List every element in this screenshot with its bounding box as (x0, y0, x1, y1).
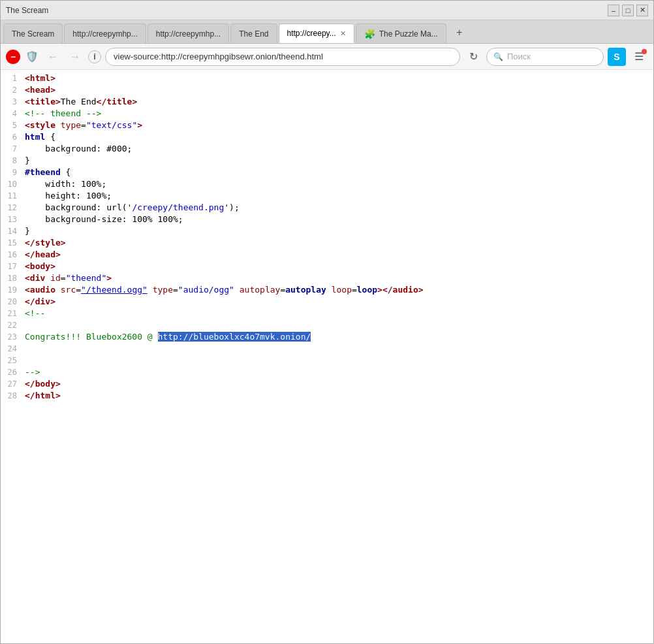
source-line-7: 7 background: #000; (1, 143, 653, 155)
tab-creepy-1[interactable]: http://creepymhp... (64, 24, 146, 43)
highlighted-url[interactable]: http://blueboxlxc4o7mvk.onion/ (158, 332, 311, 342)
tab-the-scream[interactable]: The Scream (3, 24, 63, 43)
browser-window: The Scream – □ ✕ The Scream http://creep… (0, 0, 654, 644)
tab-label: http://creepymhp... (156, 29, 221, 39)
window-title: The Scream (6, 6, 48, 15)
puzzle-icon: 🧩 (364, 29, 375, 39)
tab-label: The End (239, 29, 268, 39)
source-line-20: 20 </div> (1, 296, 653, 308)
search-icon: 🔍 (493, 52, 503, 61)
minimize-button[interactable]: – (608, 5, 619, 16)
source-line-10: 10 width: 100%; (1, 178, 653, 190)
menu-button[interactable]: ☰ (630, 48, 648, 66)
source-line-19: 19 <audio src="/theend.ogg" type="audio/… (1, 284, 653, 296)
back-button[interactable]: ← (44, 48, 62, 66)
forward-button[interactable]: → (66, 48, 84, 66)
tab-http-creepy-active[interactable]: http://creepy... ✕ (279, 24, 354, 43)
tab-the-end[interactable]: The End (230, 24, 277, 43)
source-line-9: 9 #theend { (1, 167, 653, 178)
source-line-14: 14 } (1, 225, 653, 237)
source-line-12: 12 background: url('/creepy/theend.png')… (1, 202, 653, 214)
source-view: 1 <html> 2 <head> 3 <title>The End</titl… (1, 70, 653, 643)
info-button[interactable]: i (88, 50, 101, 63)
menu-badge (642, 49, 647, 54)
source-line-13: 13 background-size: 100% 100%; (1, 214, 653, 225)
source-line-5: 5 <style type="text/css"> (1, 120, 653, 131)
tab-bar: The Scream http://creepymhp... http://cr… (1, 20, 653, 44)
source-line-4: 4 <!-- theend --> (1, 108, 653, 120)
source-line-21: 21 <!-- (1, 308, 653, 319)
shield-icon[interactable]: 🛡️ (24, 49, 40, 65)
source-line-22: 22 (1, 319, 653, 331)
tab-label: http://creepymhp... (72, 29, 137, 39)
address-text: view-source:http://creepymhpgibsewr.onio… (114, 52, 323, 61)
source-line-26: 26 --> (1, 366, 653, 378)
search-bar[interactable]: 🔍 Поиск (486, 48, 604, 66)
source-line-24: 24 (1, 343, 653, 355)
source-line-2: 2 <head> (1, 84, 653, 96)
source-line-28: 28 </html> (1, 390, 653, 402)
title-bar: The Scream – □ ✕ (1, 1, 653, 20)
window-controls: – □ ✕ (608, 5, 648, 16)
source-line-16: 16 </head> (1, 249, 653, 261)
tab-label: http://creepy... (287, 29, 336, 38)
source-line-27: 27 </body> (1, 378, 653, 390)
nav-bar: − 🛡️ ← → i view-source:http://creepymhpg… (1, 44, 653, 70)
search-placeholder: Поиск (507, 52, 531, 61)
source-line-25: 25 (1, 355, 653, 366)
new-tab-button[interactable]: + (450, 24, 469, 42)
refresh-button[interactable]: ↻ (464, 48, 482, 66)
source-line-17: 17 <body> (1, 261, 653, 272)
tab-label: The Scream (12, 29, 54, 39)
source-line-8: 8 } (1, 155, 653, 167)
tab-close-icon[interactable]: ✕ (340, 29, 346, 38)
address-bar[interactable]: view-source:http://creepymhpgibsewr.onio… (105, 48, 460, 66)
source-line-18: 18 <div id="theend"> (1, 272, 653, 284)
source-line-23: 23 Congrats!!! Bluebox2600 @ http://blue… (1, 331, 653, 343)
maximize-button[interactable]: □ (622, 5, 634, 16)
source-line-1: 1 <html> (1, 72, 653, 84)
source-line-3: 3 <title>The End</title> (1, 96, 653, 108)
source-line-6: 6 html { (1, 131, 653, 143)
tab-creepy-2[interactable]: http://creepymhp... (148, 24, 229, 43)
tab-puzzle[interactable]: 🧩 The Puzzle Ma... (356, 24, 446, 43)
source-line-11: 11 height: 100%; (1, 190, 653, 202)
skype-icon[interactable]: S (608, 48, 626, 66)
close-button[interactable]: ✕ (636, 5, 648, 16)
source-line-15: 15 </style> (1, 237, 653, 249)
no-entry-icon: − (6, 50, 20, 64)
tab-label: The Puzzle Ma... (379, 29, 438, 39)
